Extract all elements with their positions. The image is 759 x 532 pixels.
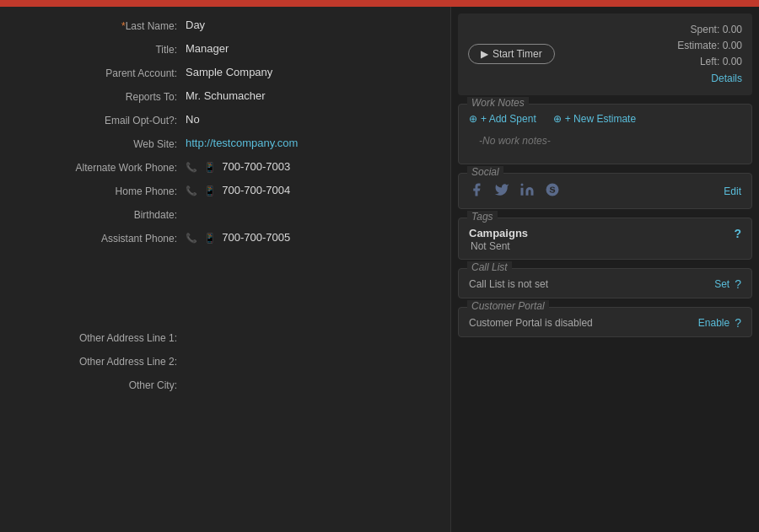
skype-icon[interactable] xyxy=(545,182,560,202)
title-value: Manager xyxy=(186,42,442,55)
twitter-icon[interactable] xyxy=(494,182,509,202)
customer-portal-content: Customer Portal is disabled Enable ? xyxy=(459,309,751,336)
home-phone-value: 📞 📱 700-700-7004 xyxy=(186,184,442,196)
other-address-1-row: Other Address Line 1: xyxy=(0,327,450,351)
assistant-phone-row: Assistant Phone: 📞 📱 700-700-7005 xyxy=(0,228,450,251)
svg-point-0 xyxy=(521,183,524,185)
website-value[interactable]: http://testcompany.com xyxy=(186,137,442,149)
email-opt-out-row: Email Opt-Out?: No xyxy=(0,110,450,133)
birthdate-row: Birthdate: xyxy=(0,204,450,228)
social-content: Edit xyxy=(459,175,751,208)
details-link[interactable]: Details xyxy=(677,71,742,87)
website-row: Web Site: http://testcompany.com xyxy=(0,133,450,157)
new-estimate-link[interactable]: ⊕ + New Estimate xyxy=(553,113,636,125)
left-row: Left: 0.00 xyxy=(677,54,742,70)
home-phone-label: Home Phone: xyxy=(8,184,186,197)
parent-account-value: Sample Company xyxy=(186,66,442,78)
last-name-label: *Last Name: xyxy=(8,19,186,32)
work-notes-content: ⊕ + Add Spent ⊕ + New Estimate -No work … xyxy=(459,106,751,164)
social-card: Social xyxy=(458,173,752,209)
reports-to-row: Reports To: Mr. Schumacher xyxy=(0,86,450,110)
other-city-label: Other City: xyxy=(8,378,186,391)
spent-row: Spent: 0.00 xyxy=(677,22,742,38)
social-edit-link[interactable]: Edit xyxy=(724,185,741,197)
linkedin-icon[interactable] xyxy=(519,182,535,202)
work-notes-card: Work Notes ⊕ + Add Spent ⊕ + New Estimat… xyxy=(458,104,752,164)
campaigns-value: Not Sent xyxy=(469,240,741,252)
mobile-icon-2: 📱 xyxy=(204,185,216,196)
website-label: Web Site: xyxy=(8,137,186,150)
assistant-phone-label: Assistant Phone: xyxy=(8,231,186,245)
title-row: Title: Manager xyxy=(0,39,450,62)
plus-icon: ⊕ xyxy=(469,113,477,125)
parent-account-row: Parent Account: Sample Company xyxy=(0,62,450,86)
call-list-card: Call List Call List is not set Set ? xyxy=(458,268,752,298)
right-panel: ▶ Start Timer Spent: 0.00 Estimate: 0.00 xyxy=(451,7,759,532)
no-work-notes: -No work notes- xyxy=(469,132,741,157)
call-list-content: Call List is not set Set ? xyxy=(459,271,751,298)
timer-top: ▶ Start Timer Spent: 0.00 Estimate: 0.00 xyxy=(468,22,742,87)
other-address-2-row: Other Address Line 2: xyxy=(0,351,450,374)
email-opt-out-label: Email Opt-Out?: xyxy=(8,113,186,126)
campaigns-help-icon[interactable]: ? xyxy=(734,227,741,240)
customer-portal-status: Customer Portal is disabled xyxy=(469,317,593,329)
tags-card: Tags Campaigns ? Not Sent xyxy=(458,218,752,260)
phone-icon-2: 📞 xyxy=(186,185,197,196)
customer-portal-legend: Customer Portal xyxy=(467,300,549,312)
customer-portal-card: Customer Portal Customer Portal is disab… xyxy=(458,307,752,337)
call-list-status: Call List is not set xyxy=(469,278,548,290)
alt-work-phone-value: 📞 📱 700-700-7003 xyxy=(186,160,442,173)
customer-portal-enable-link[interactable]: Enable xyxy=(698,317,729,329)
add-spent-link[interactable]: ⊕ + Add Spent xyxy=(469,113,536,125)
call-list-set-link[interactable]: Set xyxy=(714,278,729,290)
plus-icon-2: ⊕ xyxy=(553,113,562,125)
call-list-help-icon[interactable]: ? xyxy=(735,277,741,291)
left-panel: *Last Name: Day Title: Manager Parent Ac… xyxy=(0,7,451,532)
start-timer-button[interactable]: ▶ Start Timer xyxy=(468,44,555,64)
website-link[interactable]: http://testcompany.com xyxy=(186,137,298,149)
timer-stats: Spent: 0.00 Estimate: 0.00 Left: 0.00 xyxy=(677,22,742,87)
tags-content: Campaigns ? Not Sent xyxy=(459,220,751,259)
other-address-1-label: Other Address Line 1: xyxy=(8,330,186,344)
social-icons-group xyxy=(469,182,560,202)
reports-to-label: Reports To: xyxy=(8,89,186,103)
customer-portal-help-icon[interactable]: ? xyxy=(735,316,741,330)
last-name-value: Day xyxy=(186,19,442,31)
facebook-icon[interactable] xyxy=(469,182,484,202)
work-notes-legend: Work Notes xyxy=(467,97,529,109)
last-name-row: *Last Name: Day xyxy=(0,15,450,39)
phone-icon: 📞 xyxy=(186,162,197,173)
timer-card: ▶ Start Timer Spent: 0.00 Estimate: 0.00 xyxy=(458,13,752,95)
reports-to-value: Mr. Schumacher xyxy=(186,89,442,102)
tags-legend: Tags xyxy=(467,211,498,223)
alt-work-phone-row: Alternate Work Phone: 📞 📱 700-700-7003 xyxy=(0,157,450,180)
parent-account-label: Parent Account: xyxy=(8,66,186,79)
title-label: Title: xyxy=(8,42,186,56)
play-icon: ▶ xyxy=(481,48,488,60)
mobile-icon: 📱 xyxy=(204,162,216,173)
assistant-phone-value: 📞 📱 700-700-7005 xyxy=(186,231,442,244)
home-phone-row: Home Phone: 📞 📱 700-700-7004 xyxy=(0,180,450,204)
email-opt-out-value: No xyxy=(186,113,442,126)
call-list-legend: Call List xyxy=(467,261,512,273)
other-city-row: Other City: xyxy=(0,374,450,398)
other-address-2-label: Other Address Line 2: xyxy=(8,354,186,368)
alt-work-phone-label: Alternate Work Phone: xyxy=(8,160,186,174)
mobile-icon-3: 📱 xyxy=(204,233,216,244)
social-legend: Social xyxy=(467,166,503,178)
estimate-row: Estimate: 0.00 xyxy=(677,38,742,54)
campaigns-label: Campaigns ? xyxy=(469,227,741,240)
birthdate-label: Birthdate: xyxy=(8,207,186,221)
phone-icon-3: 📞 xyxy=(186,233,197,244)
